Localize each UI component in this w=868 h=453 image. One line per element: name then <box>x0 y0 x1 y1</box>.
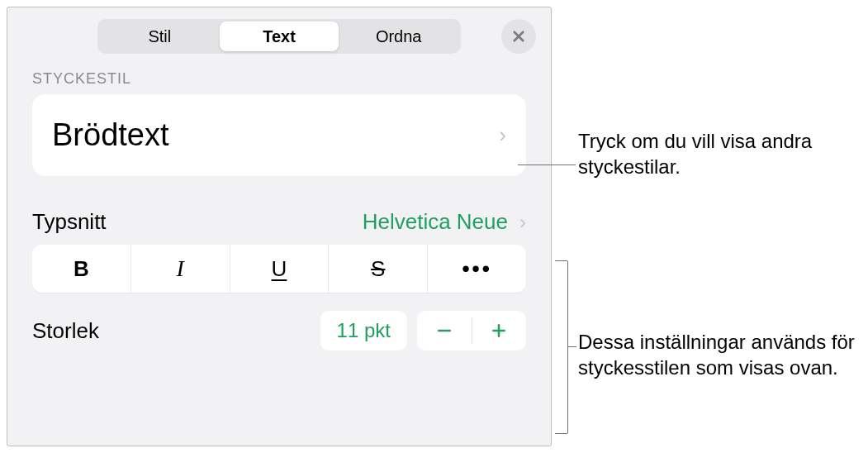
tab-text[interactable]: Text <box>220 21 339 51</box>
size-controls: 11 pkt <box>320 311 526 350</box>
tab-arrange[interactable]: Ordna <box>339 21 458 51</box>
callout-settings: Dessa inställningar används för styckess… <box>578 329 868 380</box>
panel-header: Stil Text Ordna <box>7 7 551 70</box>
strikethrough-button[interactable]: S <box>329 245 428 293</box>
paragraph-style-selector[interactable]: Brödtext › <box>32 94 526 176</box>
format-panel: Stil Text Ordna STYCKESTIL Brödtext › Ty… <box>7 7 552 446</box>
font-label: Typsnitt <box>32 209 107 235</box>
bold-button[interactable]: B <box>32 245 131 293</box>
close-icon <box>511 29 526 44</box>
font-value: Helvetica Neue <box>363 209 508 235</box>
decrease-size-button[interactable] <box>417 311 472 350</box>
more-options-button[interactable]: ••• <box>428 245 526 293</box>
callout-bracket <box>555 260 568 434</box>
format-button-group: B I U S ••• <box>32 245 526 293</box>
tab-segmented-control: Stil Text Ordna <box>97 19 461 54</box>
size-value-button[interactable]: 11 pkt <box>320 311 407 350</box>
increase-size-button[interactable] <box>472 311 527 350</box>
size-label: Storlek <box>32 318 99 344</box>
minus-icon <box>436 322 453 339</box>
italic-button[interactable]: I <box>131 245 230 293</box>
tab-style[interactable]: Stil <box>100 21 220 51</box>
chevron-right-icon: › <box>519 211 526 234</box>
plus-icon <box>491 322 507 339</box>
size-stepper <box>417 311 526 350</box>
size-row: Storlek 11 pkt <box>32 311 526 350</box>
paragraph-style-name: Brödtext <box>52 117 169 153</box>
font-row[interactable]: Typsnitt Helvetica Neue › <box>32 209 526 235</box>
close-button[interactable] <box>501 19 536 54</box>
callout-paragraph-styles: Tryck om du vill visa andra styckestilar… <box>578 128 868 179</box>
callout-leader-line <box>518 165 576 165</box>
font-value-wrap: Helvetica Neue › <box>363 209 526 235</box>
chevron-right-icon: › <box>499 122 506 148</box>
section-label-paragraph-style: STYCKESTIL <box>7 70 551 94</box>
callout-bracket-stem <box>568 346 576 347</box>
underline-button[interactable]: U <box>230 245 330 293</box>
